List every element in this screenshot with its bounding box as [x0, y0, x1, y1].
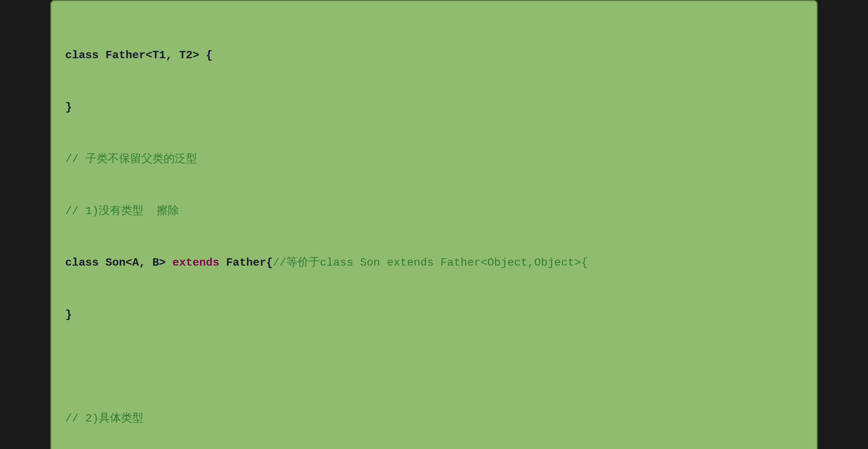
line-3: // 子类不保留父类的泛型 — [65, 151, 803, 168]
line-5: class Son<A, B> extends Father{//等价于clas… — [65, 254, 803, 272]
identifier: } — [65, 101, 72, 114]
kw-class: class — [65, 49, 99, 62]
identifier: } — [65, 308, 72, 321]
identifier: Father{ — [219, 256, 273, 269]
comment-inline: //等价于class Son extends Father<Object,Obj… — [273, 256, 588, 269]
line-4: // 1)没有类型 擦除 — [65, 203, 803, 220]
line-1: class Father<T1, T2> { — [65, 47, 803, 64]
code-block: class Father<T1, T2> { } // 子类不保留父类的泛型 /… — [65, 12, 803, 449]
kw-class: class — [65, 256, 99, 269]
comment-cn: // 2)具体类型 — [65, 412, 143, 425]
line-7: // 2)具体类型 — [65, 410, 803, 427]
identifier: Son<A, B> — [99, 256, 172, 269]
kw-extends: extends — [172, 256, 219, 269]
line-6: } — [65, 306, 803, 324]
comment-cn: // 子类不保留父类的泛型 — [65, 153, 197, 166]
line-2: } — [65, 99, 803, 116]
line-blank — [65, 358, 803, 375]
identifier: Father<T1, T2> { — [99, 49, 212, 62]
code-container: class Father<T1, T2> { } // 子类不保留父类的泛型 /… — [50, 0, 818, 449]
comment-cn: // 1)没有类型 擦除 — [65, 205, 179, 218]
